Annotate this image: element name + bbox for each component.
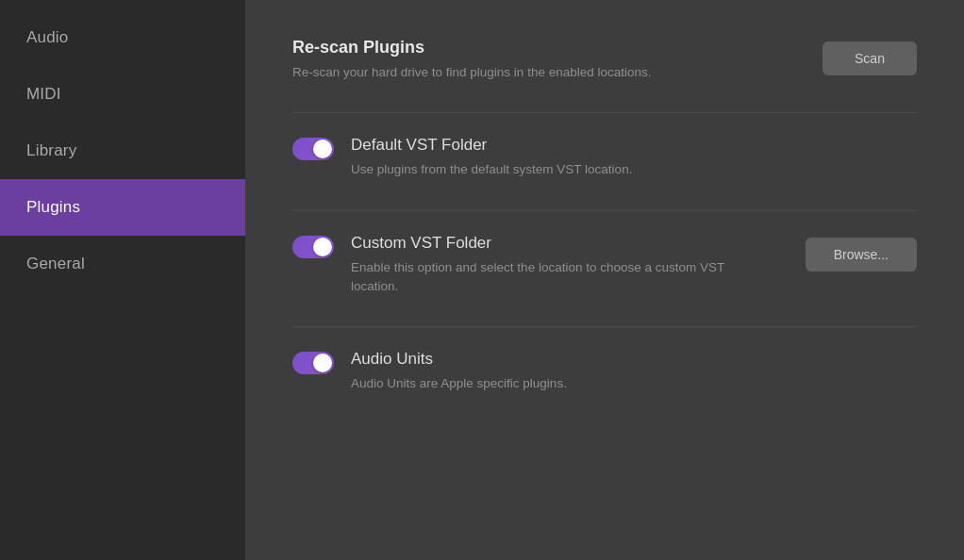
default-vst-toggle[interactable] bbox=[292, 138, 334, 160]
sidebar-item-label: Audio bbox=[26, 28, 68, 46]
audio-units-desc: Audio Units are Apple specific plugins. bbox=[351, 374, 747, 393]
default-vst-row: Default VST Folder Use plugins from the … bbox=[292, 136, 917, 179]
browse-button[interactable]: Browse... bbox=[806, 238, 917, 272]
divider-1 bbox=[292, 112, 917, 113]
rescan-section: Re-scan Plugins Re-scan your hard drive … bbox=[292, 38, 917, 82]
sidebar-item-general[interactable]: General bbox=[0, 236, 245, 292]
default-vst-toggle-wrapper bbox=[292, 138, 334, 160]
rescan-description: Re-scan your hard drive to find plugins … bbox=[292, 63, 689, 82]
audio-units-section: Audio Units Audio Units are Apple specif… bbox=[292, 350, 917, 393]
default-vst-content: Default VST Folder Use plugins from the … bbox=[351, 136, 917, 179]
audio-units-title: Audio Units bbox=[351, 350, 917, 369]
audio-units-slider bbox=[292, 352, 334, 374]
custom-vst-toggle-section: Custom VST Folder Enable this option and… bbox=[292, 234, 787, 297]
audio-units-content: Audio Units Audio Units are Apple specif… bbox=[351, 350, 917, 393]
main-content: Re-scan Plugins Re-scan your hard drive … bbox=[245, 0, 964, 560]
sidebar-item-midi[interactable]: MIDI bbox=[0, 66, 245, 123]
browse-btn-area: Browse... bbox=[787, 238, 917, 272]
default-vst-section: Default VST Folder Use plugins from the … bbox=[292, 136, 917, 179]
default-vst-knob bbox=[313, 140, 332, 158]
default-vst-slider bbox=[292, 138, 334, 160]
audio-units-knob bbox=[313, 354, 332, 372]
rescan-title: Re-scan Plugins bbox=[292, 38, 804, 58]
custom-vst-knob bbox=[313, 238, 332, 256]
sidebar-item-library[interactable]: Library bbox=[0, 123, 245, 179]
audio-units-toggle-section: Audio Units Audio Units are Apple specif… bbox=[292, 350, 917, 393]
sidebar-item-label: Library bbox=[26, 141, 76, 159]
custom-vst-slider bbox=[292, 236, 334, 258]
custom-vst-section: Custom VST Folder Enable this option and… bbox=[292, 234, 917, 297]
custom-vst-title: Custom VST Folder bbox=[351, 234, 787, 253]
sidebar-item-audio[interactable]: Audio bbox=[0, 9, 245, 66]
default-vst-toggle-section: Default VST Folder Use plugins from the … bbox=[292, 136, 917, 179]
sidebar: Audio MIDI Library Plugins General bbox=[0, 0, 245, 560]
custom-vst-row: Custom VST Folder Enable this option and… bbox=[292, 234, 917, 297]
default-vst-desc: Use plugins from the default system VST … bbox=[351, 160, 747, 179]
custom-vst-toggle-wrapper bbox=[292, 236, 334, 258]
rescan-header: Re-scan Plugins Re-scan your hard drive … bbox=[292, 38, 917, 82]
custom-vst-toggle[interactable] bbox=[292, 236, 334, 258]
divider-2 bbox=[292, 210, 917, 211]
sidebar-item-label: General bbox=[26, 255, 85, 272]
scan-button[interactable]: Scan bbox=[823, 41, 917, 75]
default-vst-title: Default VST Folder bbox=[351, 136, 917, 155]
audio-units-toggle-wrapper bbox=[292, 352, 334, 374]
sidebar-item-label: MIDI bbox=[26, 85, 61, 103]
custom-vst-content: Custom VST Folder Enable this option and… bbox=[351, 234, 787, 297]
custom-vst-desc: Enable this option and select the locati… bbox=[351, 258, 747, 297]
rescan-title-block: Re-scan Plugins Re-scan your hard drive … bbox=[292, 38, 804, 82]
scan-btn-area: Scan bbox=[804, 41, 917, 75]
sidebar-item-plugins[interactable]: Plugins bbox=[0, 179, 245, 236]
sidebar-item-label: Plugins bbox=[26, 198, 80, 216]
divider-3 bbox=[292, 326, 917, 327]
audio-units-toggle[interactable] bbox=[292, 352, 334, 374]
audio-units-row: Audio Units Audio Units are Apple specif… bbox=[292, 350, 917, 393]
